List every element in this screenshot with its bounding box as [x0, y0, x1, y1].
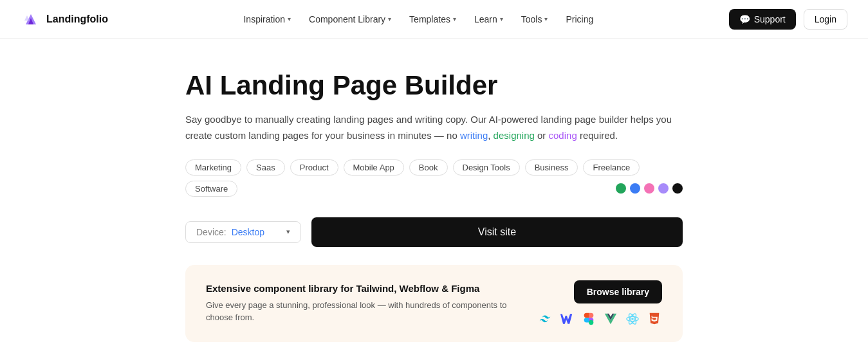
chevron-down-icon: ▾ — [500, 15, 503, 23]
device-label: Device: — [196, 227, 226, 237]
main-content: AI Landing Page Builder Say goodbye to m… — [0, 39, 868, 362]
color-dot-blue[interactable] — [630, 183, 640, 194]
component-library-banner: Extensive component library for Tailwind… — [185, 265, 683, 342]
hero-description: Say goodbye to manually creating landing… — [185, 112, 674, 144]
svg-point-2 — [631, 318, 634, 320]
banner-description: Give every page a stunning, professional… — [206, 299, 528, 324]
tag-business[interactable]: Business — [525, 159, 578, 176]
tag-product[interactable]: Product — [290, 159, 338, 176]
tags-container: Marketing Saas Product Mobile App Book D… — [185, 159, 683, 197]
tag-book[interactable]: Book — [409, 159, 448, 176]
nav-item-learn[interactable]: Learn ▾ — [466, 10, 511, 28]
nav-item-templates[interactable]: Templates ▾ — [402, 10, 464, 28]
device-selector[interactable]: Device: Desktop ▾ — [185, 221, 301, 243]
chevron-down-icon: ▾ — [388, 15, 391, 23]
nav-item-inspiration[interactable]: Inspiration ▾ — [235, 10, 299, 28]
highlight-designing: designing — [494, 130, 535, 141]
nav-item-pricing[interactable]: Pricing — [558, 10, 601, 28]
banner-title: Extensive component library for Tailwind… — [206, 283, 537, 294]
tag-saas[interactable]: Saas — [246, 159, 285, 176]
chevron-down-icon: ▾ — [544, 15, 548, 23]
main-nav: Inspiration ▾ Component Library ▾ Templa… — [235, 10, 601, 28]
color-dots — [616, 183, 683, 194]
navbar-actions: 💬 Support Login — [729, 9, 847, 30]
vue-icon — [603, 311, 618, 327]
tag-design-tools[interactable]: Design Tools — [453, 159, 520, 176]
figma-icon — [581, 311, 596, 327]
highlight-coding: coding — [549, 130, 577, 141]
tech-icons-group — [537, 311, 662, 327]
chevron-down-icon: ▾ — [453, 15, 456, 23]
navbar-logo-group: Landingfolio — [21, 9, 108, 30]
device-value: Desktop — [232, 227, 264, 237]
html5-icon — [647, 311, 662, 327]
action-row: Device: Desktop ▾ Visit site — [185, 217, 683, 247]
visit-site-button[interactable]: Visit site — [311, 217, 683, 247]
browse-library-button[interactable]: Browse library — [574, 280, 662, 303]
banner-text-group: Extensive component library for Tailwind… — [206, 283, 537, 324]
color-dot-pink[interactable] — [644, 183, 654, 194]
logo-icon — [21, 9, 41, 30]
tailwind-icon — [537, 311, 553, 327]
react-icon — [625, 311, 640, 327]
tag-marketing[interactable]: Marketing — [185, 159, 241, 176]
banner-actions: Browse library — [537, 280, 662, 327]
hero-title: AI Landing Page Builder — [185, 69, 683, 102]
chat-icon: 💬 — [739, 14, 750, 24]
support-button[interactable]: 💬 Support — [729, 9, 796, 30]
logo-text: Landingfolio — [46, 14, 108, 25]
chevron-down-icon: ▾ — [288, 15, 291, 23]
navbar: Landingfolio Inspiration ▾ Component Lib… — [0, 0, 868, 39]
color-dot-purple[interactable] — [658, 183, 669, 194]
svg-point-1 — [589, 320, 593, 325]
tag-software[interactable]: Software — [185, 181, 237, 197]
tag-mobile-app[interactable]: Mobile App — [344, 159, 404, 176]
nav-item-tools[interactable]: Tools ▾ — [513, 10, 556, 28]
color-dot-green[interactable] — [616, 183, 626, 194]
login-button[interactable]: Login — [804, 9, 847, 30]
webflow-icon — [559, 311, 575, 327]
nav-item-component-library[interactable]: Component Library ▾ — [301, 10, 399, 28]
color-dot-dark[interactable] — [672, 183, 683, 194]
highlight-writing: writing — [460, 130, 488, 141]
tag-freelance[interactable]: Freelance — [583, 159, 640, 176]
chevron-down-icon: ▾ — [286, 228, 290, 236]
